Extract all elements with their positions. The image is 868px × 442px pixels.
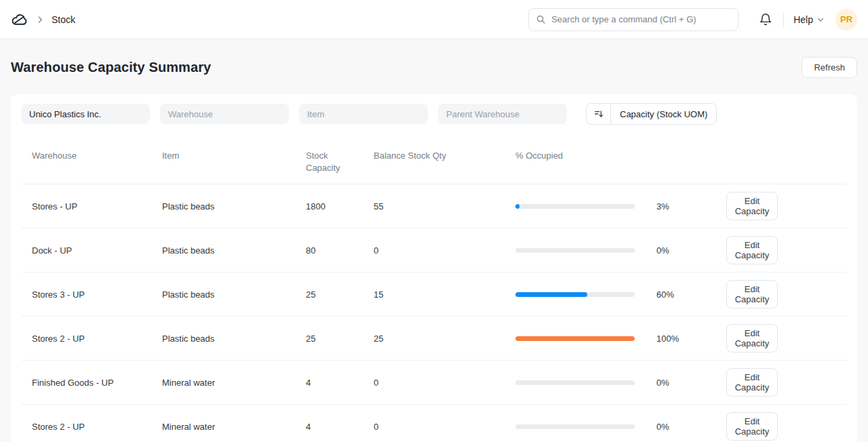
stock-capacity-cell: 4 <box>306 378 374 388</box>
navbar-divider <box>783 12 784 27</box>
edit-capacity-cell: Edit Capacity <box>726 412 787 441</box>
edit-capacity-button[interactable]: Edit Capacity <box>726 192 778 220</box>
stock-capacity-cell: 25 <box>306 334 374 344</box>
sort-field-button[interactable]: Capacity (Stock UOM) <box>611 104 716 124</box>
progress-fill <box>515 292 587 297</box>
occupancy-bar-cell <box>515 424 635 429</box>
progress-track <box>515 336 635 341</box>
table-row: Stores 2 - UPMineral water400%Edit Capac… <box>21 405 847 442</box>
sort-descending-icon <box>593 108 604 119</box>
stock-capacity-cell: 25 <box>306 289 374 300</box>
progress-track <box>515 204 635 209</box>
balance-stock-qty-cell: 25 <box>374 334 515 344</box>
occupancy-bar-cell <box>515 336 635 341</box>
percent-occupied-cell: 100% <box>635 334 726 344</box>
help-menu-button[interactable]: Help <box>793 14 825 25</box>
col-header-percent-occupied: % Occupied <box>515 150 635 162</box>
col-header-stock-capacity: Stock Capacity <box>306 150 374 174</box>
balance-stock-qty-cell: 0 <box>374 422 515 432</box>
table-header-row: Warehouse Item Stock Capacity Balance St… <box>21 134 847 184</box>
balance-stock-qty-cell: 0 <box>374 378 515 388</box>
breadcrumb: Stock <box>11 11 75 28</box>
item-filter-input[interactable] <box>299 104 428 124</box>
edit-capacity-button[interactable]: Edit Capacity <box>726 412 778 441</box>
percent-occupied-cell: 0% <box>635 245 726 256</box>
table-row: Dock - UPPlastic beads8000%Edit Capacity <box>21 228 847 273</box>
balance-stock-qty-cell: 55 <box>374 201 515 212</box>
progress-track <box>515 248 635 253</box>
occupancy-bar-cell <box>515 248 635 253</box>
chevron-down-icon <box>816 16 825 24</box>
col-header-balance-stock-qty: Balance Stock Qty <box>374 150 515 162</box>
item-cell: Plastic beads <box>162 334 306 344</box>
occupancy-bar-cell <box>515 380 635 385</box>
stock-capacity-cell: 80 <box>306 245 374 256</box>
navbar: Stock Help PR <box>0 0 868 39</box>
user-avatar[interactable]: PR <box>835 9 857 31</box>
table-body: Stores - UPPlastic beads1800553%Edit Cap… <box>21 184 847 442</box>
warehouse-filter-input[interactable] <box>160 104 289 124</box>
table-row: Stores - UPPlastic beads1800553%Edit Cap… <box>21 184 847 228</box>
stock-capacity-cell: 4 <box>306 422 374 432</box>
edit-capacity-button[interactable]: Edit Capacity <box>726 324 778 353</box>
search-icon <box>536 14 546 24</box>
page-title: Warehouse Capacity Summary <box>11 60 211 75</box>
occupancy-bar-cell <box>515 292 635 297</box>
item-cell: Mineral water <box>162 378 306 388</box>
edit-capacity-button[interactable]: Edit Capacity <box>726 280 778 308</box>
refresh-button[interactable]: Refresh <box>802 57 857 78</box>
progress-track <box>515 292 635 297</box>
parent-warehouse-filter-input[interactable] <box>438 104 567 124</box>
page-head: Warehouse Capacity Summary Refresh <box>0 39 868 94</box>
global-search[interactable] <box>528 8 738 31</box>
table-row: Stores 2 - UPPlastic beads2525100%Edit C… <box>21 317 847 361</box>
warehouse-cell: Finished Goods - UP <box>32 378 162 388</box>
breadcrumb-item-stock[interactable]: Stock <box>52 14 75 25</box>
item-cell: Plastic beads <box>162 201 306 212</box>
percent-occupied-cell: 0% <box>635 422 726 432</box>
filter-bar: Capacity (Stock UOM) <box>11 94 857 134</box>
occupancy-bar-cell <box>515 204 635 209</box>
edit-capacity-cell: Edit Capacity <box>726 236 787 264</box>
search-input[interactable] <box>551 14 731 24</box>
warehouse-cell: Stores - UP <box>32 201 162 212</box>
col-header-item: Item <box>162 150 306 162</box>
report-card: Capacity (Stock UOM) Warehouse Item Stoc… <box>11 94 857 442</box>
edit-capacity-cell: Edit Capacity <box>726 280 787 308</box>
bell-icon <box>759 13 772 26</box>
progress-fill <box>515 204 519 209</box>
capacity-table: Warehouse Item Stock Capacity Balance St… <box>11 134 857 442</box>
stock-capacity-cell: 1800 <box>306 201 374 212</box>
sort-direction-button[interactable] <box>587 104 611 124</box>
help-label: Help <box>793 14 813 25</box>
sort-control: Capacity (Stock UOM) <box>586 103 717 125</box>
edit-capacity-button[interactable]: Edit Capacity <box>726 236 778 264</box>
col-header-warehouse: Warehouse <box>32 150 162 162</box>
percent-occupied-cell: 60% <box>635 289 726 300</box>
edit-capacity-cell: Edit Capacity <box>726 324 787 353</box>
company-filter-input[interactable] <box>21 104 150 124</box>
percent-occupied-cell: 3% <box>635 201 726 212</box>
warehouse-cell: Dock - UP <box>32 245 162 256</box>
balance-stock-qty-cell: 15 <box>374 289 515 300</box>
notifications-button[interactable] <box>756 10 775 29</box>
edit-capacity-cell: Edit Capacity <box>726 192 787 220</box>
warehouse-cell: Stores 2 - UP <box>32 334 162 344</box>
edit-capacity-cell: Edit Capacity <box>726 368 787 397</box>
app-logo-icon[interactable] <box>11 11 28 28</box>
percent-occupied-cell: 0% <box>635 378 726 388</box>
progress-fill <box>515 336 635 341</box>
table-row: Finished Goods - UPMineral water400%Edit… <box>21 361 847 405</box>
edit-capacity-button[interactable]: Edit Capacity <box>726 368 778 397</box>
table-row: Stores 3 - UPPlastic beads251560%Edit Ca… <box>21 273 847 317</box>
chevron-right-icon <box>35 15 45 24</box>
warehouse-cell: Stores 3 - UP <box>32 289 162 300</box>
item-cell: Plastic beads <box>162 289 306 300</box>
balance-stock-qty-cell: 0 <box>374 245 515 256</box>
warehouse-cell: Stores 2 - UP <box>32 422 162 432</box>
item-cell: Plastic beads <box>162 245 306 256</box>
item-cell: Mineral water <box>162 422 306 432</box>
progress-track <box>515 424 635 429</box>
progress-track <box>515 380 635 385</box>
